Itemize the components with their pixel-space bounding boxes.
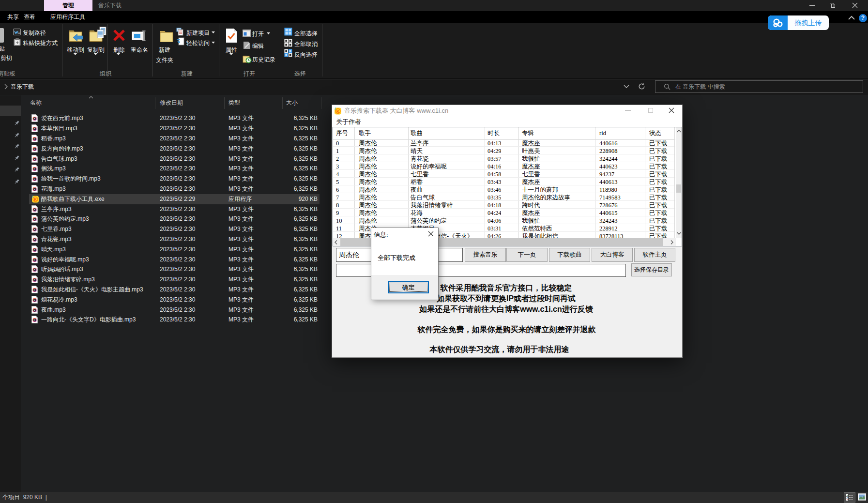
svg-text:K: K (336, 109, 340, 114)
svg-text:K: K (34, 197, 37, 202)
